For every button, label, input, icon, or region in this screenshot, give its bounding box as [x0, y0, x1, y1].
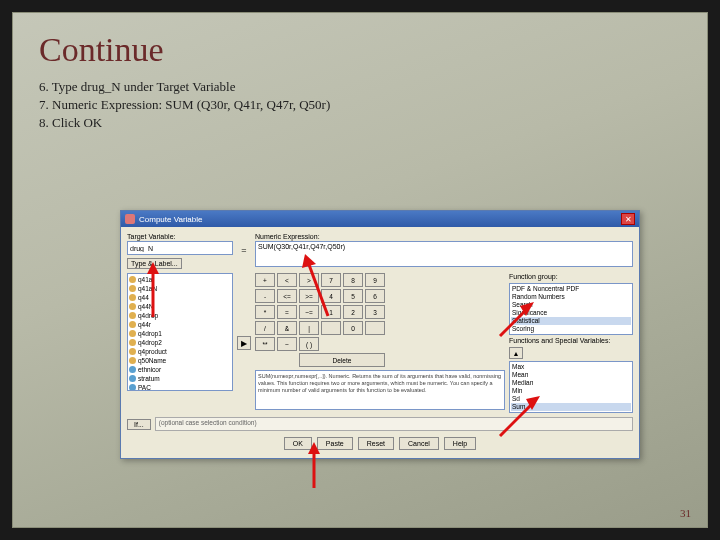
variable-item[interactable]: q4product — [129, 347, 231, 356]
function-group-list[interactable]: PDF & Noncentral PDFRandom NumbersSearch… — [509, 283, 633, 335]
keypad-button[interactable]: <= — [277, 289, 297, 303]
keypad-button[interactable]: 2 — [343, 305, 363, 319]
variable-type-icon — [129, 330, 136, 337]
keypad-button[interactable]: 8 — [343, 273, 363, 287]
keypad-button[interactable]: 9 — [365, 273, 385, 287]
variable-item[interactable]: q44r — [129, 320, 231, 329]
keypad-button[interactable]: 4 — [321, 289, 341, 303]
keypad-button[interactable]: 0 — [343, 321, 363, 335]
variable-type-icon — [129, 339, 136, 346]
function-description: SUM(numexpr,numexpr[,..]). Numeric. Retu… — [255, 370, 505, 410]
keypad-button[interactable]: >= — [299, 289, 319, 303]
variable-list[interactable]: q41aq41aNq44q44Nq4dropq44rq4drop1q4drop2… — [127, 273, 233, 391]
calculator-keypad: +<>789-<=>=456*=~=123/&|0**~( )Delete — [255, 273, 505, 367]
compute-variable-dialog: Compute Variable ✕ Target Variable: Type… — [120, 210, 640, 459]
variable-item[interactable]: q4drop1 — [129, 329, 231, 338]
dialog-titlebar[interactable]: Compute Variable ✕ — [121, 211, 639, 227]
function-group-item[interactable]: Scoring — [511, 325, 631, 333]
function-group-item[interactable]: Search — [511, 301, 631, 309]
variable-item[interactable]: q4drop2 — [129, 338, 231, 347]
function-item[interactable]: Min — [511, 387, 631, 395]
app-icon — [125, 214, 135, 224]
variable-item[interactable]: PAC — [129, 383, 231, 391]
keypad-button[interactable]: | — [299, 321, 319, 335]
variable-type-icon — [129, 366, 136, 373]
variable-type-icon — [129, 303, 136, 310]
variable-type-icon — [129, 357, 136, 364]
keypad-button[interactable]: 7 — [321, 273, 341, 287]
paste-button[interactable]: Paste — [317, 437, 353, 450]
if-button[interactable]: If... — [127, 419, 151, 430]
keypad-button[interactable]: = — [277, 305, 297, 319]
variable-type-icon — [129, 276, 136, 283]
dialog-title: Compute Variable — [139, 215, 621, 224]
step-7: 7. Numeric Expression: SUM (Q30r, Q41r, … — [39, 97, 681, 113]
function-item[interactable]: Sd — [511, 395, 631, 403]
keypad-button[interactable] — [321, 321, 341, 335]
step-6: 6. Type drug_N under Target Variable — [39, 79, 681, 95]
function-group-item[interactable]: String — [511, 333, 631, 335]
numeric-expression-input[interactable]: SUM(Q30r,Q41r,Q47r,Q50r) — [255, 241, 633, 267]
variable-type-icon — [129, 348, 136, 355]
function-item[interactable]: Max — [511, 363, 631, 371]
cancel-button[interactable]: Cancel — [399, 437, 439, 450]
function-group-item[interactable]: Statistical — [511, 317, 631, 325]
function-group-item[interactable]: Significance — [511, 309, 631, 317]
type-label-button[interactable]: Type & Label... — [127, 258, 182, 269]
slide-title: Continue — [39, 31, 681, 69]
step-8: 8. Click OK — [39, 115, 681, 131]
equals-label: = — [239, 233, 249, 269]
page-number: 31 — [680, 507, 691, 519]
variable-type-icon — [129, 375, 136, 382]
keypad-button[interactable]: > — [299, 273, 319, 287]
keypad-button[interactable]: ~= — [299, 305, 319, 319]
variable-item[interactable]: ethnicor — [129, 365, 231, 374]
function-group-item[interactable]: PDF & Noncentral PDF — [511, 285, 631, 293]
keypad-button[interactable]: * — [255, 305, 275, 319]
variable-item[interactable]: q50Name — [129, 356, 231, 365]
target-variable-label: Target Variable: — [127, 233, 233, 240]
variable-item[interactable]: q44N — [129, 302, 231, 311]
keypad-button[interactable]: 1 — [321, 305, 341, 319]
numeric-expression-label: Numeric Expression: — [255, 233, 633, 240]
function-item[interactable]: Sum — [511, 403, 631, 411]
variable-item[interactable]: q41aN — [129, 284, 231, 293]
keypad-button[interactable]: + — [255, 273, 275, 287]
function-item[interactable]: Median — [511, 379, 631, 387]
ok-button[interactable]: OK — [284, 437, 312, 450]
keypad-button[interactable] — [365, 321, 385, 335]
variable-type-icon — [129, 321, 136, 328]
keypad-button[interactable]: ( ) — [299, 337, 319, 351]
variable-item[interactable]: q4drop — [129, 311, 231, 320]
variable-item[interactable]: q44 — [129, 293, 231, 302]
function-item[interactable]: Mean — [511, 371, 631, 379]
functions-list-label: Functions and Special Variables: — [509, 337, 633, 344]
insert-function-button[interactable]: ▲ — [509, 347, 523, 359]
target-variable-input[interactable] — [127, 241, 233, 255]
variable-type-icon — [129, 312, 136, 319]
close-button[interactable]: ✕ — [621, 213, 635, 225]
keypad-button[interactable]: 3 — [365, 305, 385, 319]
reset-button[interactable]: Reset — [358, 437, 394, 450]
keypad-button[interactable]: & — [277, 321, 297, 335]
variable-type-icon — [129, 384, 136, 391]
keypad-button[interactable]: 5 — [343, 289, 363, 303]
delete-button[interactable]: Delete — [299, 353, 385, 367]
keypad-button[interactable]: 6 — [365, 289, 385, 303]
functions-list[interactable]: MaxMeanMedianMinSdSumVariance — [509, 361, 633, 413]
if-condition-box: (optional case selection condition) — [155, 417, 633, 431]
help-button[interactable]: Help — [444, 437, 476, 450]
function-group-label: Function group: — [509, 273, 633, 280]
variable-item[interactable]: q41a — [129, 275, 231, 284]
keypad-button[interactable]: < — [277, 273, 297, 287]
variable-type-icon — [129, 294, 136, 301]
move-right-button[interactable]: ▶ — [237, 336, 251, 350]
function-group-item[interactable]: Random Numbers — [511, 293, 631, 301]
keypad-button[interactable]: / — [255, 321, 275, 335]
variable-item[interactable]: stratum — [129, 374, 231, 383]
keypad-button[interactable]: ~ — [277, 337, 297, 351]
variable-type-icon — [129, 285, 136, 292]
keypad-button[interactable]: ** — [255, 337, 275, 351]
keypad-button[interactable]: - — [255, 289, 275, 303]
function-item[interactable]: Variance — [511, 411, 631, 413]
